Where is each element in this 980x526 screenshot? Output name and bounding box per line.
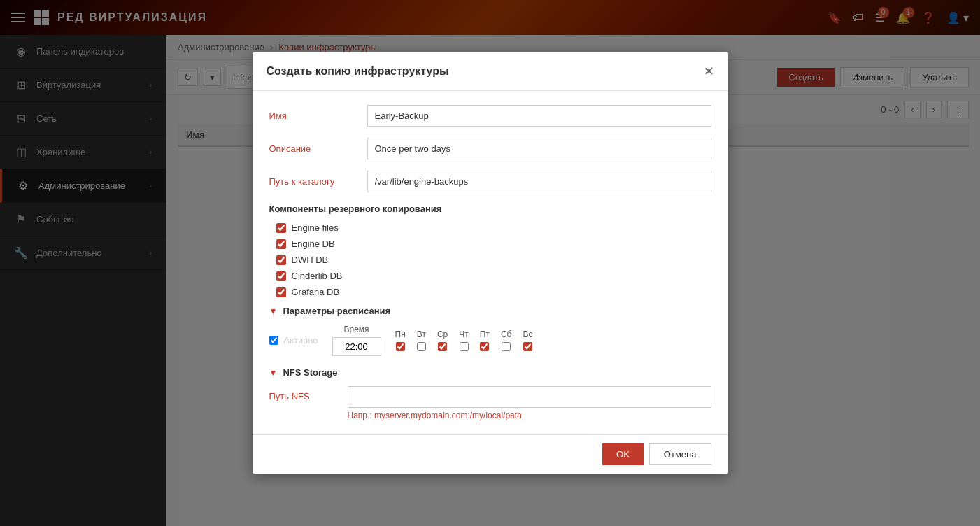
days-group: ПнВтСрЧтПтСбВс: [395, 329, 533, 351]
engine_files-checkbox[interactable]: [276, 223, 286, 233]
engine_db-checkbox[interactable]: [276, 239, 286, 249]
backup-components-section: Компоненты резервного копирования Engine…: [269, 204, 711, 297]
schedule-label: Параметры расписания: [283, 306, 390, 316]
day-checkbox-wed[interactable]: [438, 342, 447, 351]
active-label[interactable]: Активно: [284, 335, 318, 346]
dwh_db-checkbox[interactable]: [276, 255, 286, 265]
engine_db-label[interactable]: Engine DB: [292, 239, 335, 249]
nfs-input-group: Напр.: myserver.mydomain.com:/my/local/p…: [348, 386, 711, 420]
day-label-sat: Сб: [501, 329, 512, 339]
path-row: Путь к каталогу: [269, 171, 711, 192]
ok-button[interactable]: OK: [602, 443, 644, 465]
engine_files-label[interactable]: Engine files: [292, 222, 339, 233]
name-label: Имя: [269, 111, 367, 121]
desc-row: Описание: [269, 138, 711, 159]
nfs-section-header[interactable]: ▼ NFS Storage: [269, 367, 711, 378]
desc-label: Описание: [269, 143, 367, 154]
dialog-footer: OK Отмена: [253, 434, 728, 474]
dwh_db-label[interactable]: DWH DB: [292, 255, 329, 265]
cinderlib_db-checkbox[interactable]: [276, 271, 286, 281]
cinderlib_db-label[interactable]: Cinderlib DB: [292, 271, 343, 281]
day-col-sun: Вс: [523, 329, 532, 351]
day-label-fri: Пт: [480, 329, 490, 339]
backup-item-dwh_db: DWH DB: [269, 255, 711, 265]
dialog-body: Имя Описание Путь к каталогу Компоненты …: [253, 91, 728, 434]
schedule-active-group: Активно: [269, 335, 318, 346]
day-checkbox-thu[interactable]: [460, 342, 469, 351]
nfs-hint: Напр.: myserver.mydomain.com:/my/local/p…: [348, 411, 711, 420]
schedule-caret-icon: ▼: [269, 306, 278, 316]
active-checkbox[interactable]: [269, 336, 278, 345]
day-checkbox-sun[interactable]: [523, 342, 532, 351]
day-label-thu: Чт: [459, 329, 469, 339]
backup-components-header: Компоненты резервного копирования: [269, 204, 711, 214]
day-col-wed: Ср: [437, 329, 448, 351]
dialog-header: Создать копию инфраструктуры ✕: [253, 52, 728, 91]
time-group: Время: [332, 325, 381, 356]
cancel-button[interactable]: Отмена: [649, 443, 711, 465]
day-checkbox-tue[interactable]: [417, 342, 426, 351]
path-input[interactable]: [367, 171, 711, 192]
day-col-tue: Вт: [417, 329, 426, 351]
day-label-sun: Вс: [523, 329, 532, 339]
day-col-sat: Сб: [501, 329, 512, 351]
name-input[interactable]: [367, 105, 711, 127]
day-label-tue: Вт: [417, 329, 426, 339]
nfs-caret-icon: ▼: [269, 368, 278, 378]
modal-overlay: Создать копию инфраструктуры ✕ Имя Описа…: [0, 0, 980, 526]
schedule-section: ▼ Параметры расписания Активно Время ПнВ…: [269, 306, 711, 356]
day-checkbox-sat[interactable]: [502, 342, 511, 351]
schedule-section-header[interactable]: ▼ Параметры расписания: [269, 306, 711, 316]
nfs-path-input[interactable]: [348, 386, 711, 408]
dialog-close-button[interactable]: ✕: [704, 64, 714, 79]
day-label-mon: Пн: [395, 329, 406, 339]
desc-input[interactable]: [367, 138, 711, 159]
backup-items-container: Engine filesEngine DBDWH DBCinderlib DBG…: [269, 222, 711, 297]
nfs-label: NFS Storage: [283, 367, 337, 378]
dialog-title: Создать копию инфраструктуры: [267, 65, 449, 78]
day-checkbox-mon[interactable]: [396, 342, 405, 351]
create-dialog: Создать копию инфраструктуры ✕ Имя Описа…: [253, 52, 728, 474]
day-checkbox-fri[interactable]: [480, 342, 489, 351]
path-label: Путь к каталогу: [269, 176, 367, 187]
backup-item-cinderlib_db: Cinderlib DB: [269, 271, 711, 281]
day-col-fri: Пт: [480, 329, 490, 351]
backup-item-engine_files: Engine files: [269, 222, 711, 233]
backup-item-grafana_db: Grafana DB: [269, 287, 711, 297]
grafana_db-checkbox[interactable]: [276, 287, 286, 297]
time-label: Время: [343, 325, 369, 334]
day-col-mon: Пн: [395, 329, 406, 351]
name-row: Имя: [269, 105, 711, 127]
nfs-path-row: Путь NFS Напр.: myserver.mydomain.com:/m…: [269, 386, 711, 420]
nfs-section: ▼ NFS Storage Путь NFS Напр.: myserver.m…: [269, 367, 711, 420]
backup-item-engine_db: Engine DB: [269, 239, 711, 249]
time-input[interactable]: [332, 337, 381, 356]
day-label-wed: Ср: [437, 329, 448, 339]
schedule-row: Активно Время ПнВтСрЧтПтСбВс: [269, 325, 711, 356]
grafana_db-label[interactable]: Grafana DB: [292, 287, 340, 297]
day-col-thu: Чт: [459, 329, 469, 351]
nfs-path-label: Путь NFS: [269, 386, 339, 401]
